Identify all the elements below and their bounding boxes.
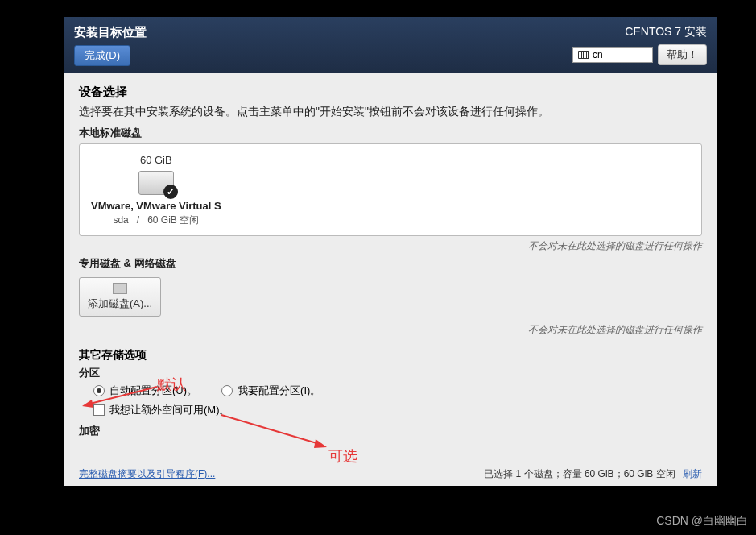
add-disk-button[interactable]: 添加磁盘(A)... [79,277,161,317]
disk-sep: / [137,214,139,226]
header-right: CENTOS 7 安装 cn 帮助！ [572,25,707,65]
footer-status: 已选择 1 个磁盘；容量 60 GiB；60 GiB 空闲 刷新 [484,467,702,481]
partition-options: 自动配置分区(U)。 我要配置分区(I)。 我想让额外空间可用(M)。 [79,384,702,417]
storage-options-heading: 其它存储选项 [79,348,702,363]
extra-space-checkbox[interactable]: 我想让额外空间可用(M)。 [93,403,702,417]
done-button[interactable]: 完成(D) [74,45,130,66]
disk-name: VMware, VMware Virtual S [91,200,221,212]
device-selection-desc: 选择要在其中安装系统的设备。点击主菜单中的"开始安装"按钮前不会对该设备进行任何… [64,105,717,119]
footer: 完整磁盘摘要以及引导程序(F)... 已选择 1 个磁盘；容量 60 GiB；6… [64,462,717,486]
storage-options: 其它存储选项 分区 自动配置分区(U)。 我要配置分区(I)。 我想让额外空间可… [64,340,717,445]
auto-partition-radio[interactable]: 自动配置分区(U)。 [93,384,197,398]
checkbox-icon [93,404,105,416]
encryption-label: 加密 [79,424,702,438]
header-left: 安装目标位置 完成(D) [74,25,147,65]
installer-window: 安装目标位置 完成(D) CENTOS 7 安装 cn 帮助！ 设备选择 选择要… [64,17,717,486]
refresh-link[interactable]: 刷新 [683,468,702,479]
disk-item[interactable]: 60 GiB ✓ VMware, VMware Virtual S sda / … [91,154,221,227]
disk-id: sda [113,214,128,226]
add-disk-icon [113,283,127,294]
radio-icon [221,385,233,396]
os-label: CENTOS 7 安装 [625,25,707,39]
check-icon: ✓ [163,185,178,199]
local-hint: 不会对未在此处选择的磁盘进行任何操作 [64,236,717,256]
extra-space-label: 我想让额外空间可用(M)。 [109,403,230,417]
partition-label: 分区 [79,366,702,380]
keyboard-icon [578,51,589,59]
lang-code: cn [593,49,603,60]
disk-summary-link[interactable]: 完整磁盘摘要以及引导程序(F)... [79,467,215,481]
radio-row: 自动配置分区(U)。 我要配置分区(I)。 [93,384,702,398]
page-title: 安装目标位置 [74,25,147,40]
add-disk-label: 添加磁盘(A)... [88,297,152,311]
manual-partition-radio[interactable]: 我要配置分区(I)。 [221,384,320,398]
manual-radio-label: 我要配置分区(I)。 [238,384,320,398]
disk-free: 60 GiB 空闲 [147,214,199,226]
disk-size: 60 GiB [140,154,172,166]
radio-icon [93,385,105,396]
device-selection-title: 设备选择 [64,85,717,100]
disk-detail: sda / 60 GiB 空闲 [113,214,199,227]
specialized-label: 专用磁盘 & 网络磁盘 [64,256,717,271]
selection-status: 已选择 1 个磁盘；容量 60 GiB；60 GiB 空闲 [484,468,675,479]
header-controls: cn 帮助！ [572,44,707,65]
help-button[interactable]: 帮助！ [658,44,707,65]
content: 设备选择 选择要在其中安装系统的设备。点击主菜单中的"开始安装"按钮前不会对该设… [64,73,717,462]
watermark: CSDN @白幽幽白 [656,514,748,529]
specialized-hint: 不会对未在此处选择的磁盘进行任何操作 [64,320,717,340]
header: 安装目标位置 完成(D) CENTOS 7 安装 cn 帮助！ [64,17,717,73]
auto-radio-label: 自动配置分区(U)。 [109,384,197,398]
local-disks-panel: 60 GiB ✓ VMware, VMware Virtual S sda / … [79,143,702,236]
keyboard-layout-selector[interactable]: cn [572,47,653,63]
local-disks-label: 本地标准磁盘 [64,126,717,140]
hard-disk-icon: ✓ [138,171,174,195]
